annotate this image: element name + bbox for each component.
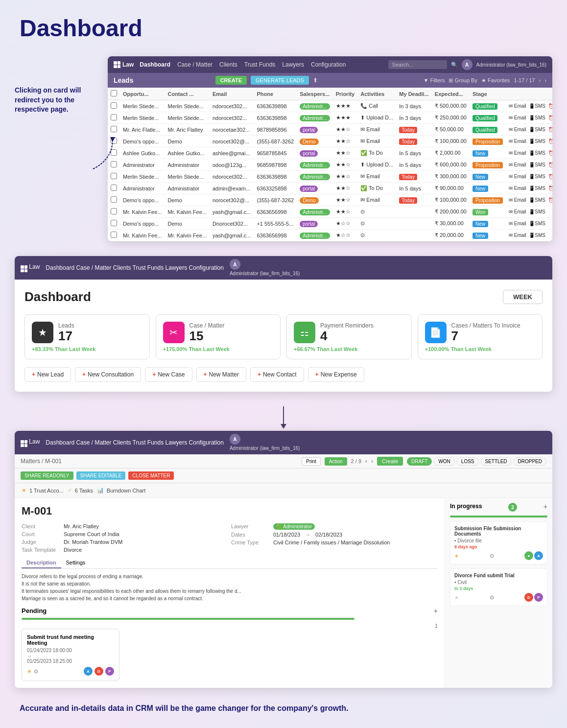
payment-stat-info: Payment Reminders 4 <box>320 322 404 343</box>
nav-item-config[interactable]: Configuration <box>311 61 346 68</box>
crime-type-label: Crime Type <box>231 540 270 545</box>
prev-page-btn[interactable]: ‹ <box>539 77 541 83</box>
table-row[interactable]: Mr. Aric Flatle... Mr. Aric Flatley noro… <box>108 124 552 136</box>
row-checkbox[interactable] <box>111 208 117 214</box>
matter-nav-case[interactable]: Case / Matter <box>76 439 111 446</box>
nav-item-lawyers[interactable]: Lawyers <box>282 61 304 68</box>
dash-nav-trust[interactable]: Trust Funds <box>133 264 164 271</box>
upload-icon[interactable]: ⬆ <box>313 77 318 84</box>
matter-nav-trust[interactable]: Trust Funds <box>133 439 164 446</box>
nav-item-dashboard[interactable]: Dashboard <box>140 61 170 68</box>
row-checkbox[interactable] <box>111 102 117 109</box>
row-checkbox[interactable] <box>111 196 117 203</box>
burndown-label: Burndown Chart <box>107 488 146 493</box>
stat-card-case[interactable]: ✂ Case / Matter 15 +175.00% Than Last We… <box>156 314 281 359</box>
dash-nav-dashboard[interactable]: Dashboard <box>46 264 74 271</box>
tab-description[interactable]: Description <box>22 558 61 568</box>
task-card-1[interactable]: Submission File Submission Documents • D… <box>450 521 547 564</box>
task2-star[interactable]: ★ <box>454 595 459 600</box>
col-salesperson: Salespers... <box>297 88 332 100</box>
task1-star[interactable]: ★ <box>454 553 459 559</box>
matter-nav-dashboard[interactable]: Dashboard <box>46 439 74 446</box>
dash-nav-config[interactable]: Configuration <box>189 264 224 271</box>
prev-matter-btn[interactable]: ‹ <box>365 458 367 465</box>
select-all-checkbox[interactable] <box>111 90 117 96</box>
lawyer-field: Lawyer 🟢 Administrator <box>231 523 438 530</box>
stage-dropped[interactable]: DROPPED <box>514 457 546 466</box>
row-checkbox[interactable] <box>111 220 117 226</box>
nav-search-input[interactable] <box>388 60 447 69</box>
new-lead-label: New Lead <box>37 371 64 378</box>
stat-card-payment[interactable]: ⚏ Payment Reminders 4 +66.67% Than Last … <box>286 314 412 359</box>
nav-item-case[interactable]: Case / Matter <box>177 61 213 68</box>
cell-salesperson: Administr... <box>300 162 330 168</box>
stage-draft[interactable]: DRAFT <box>407 457 432 466</box>
nav-search-icon[interactable]: 🔍 <box>451 62 458 68</box>
matter-nav-config[interactable]: Configuration <box>189 439 224 446</box>
stat-card-invoice[interactable]: 📄 Cases / Matters To Invoice 7 +100.00% … <box>418 314 543 359</box>
next-page-btn[interactable]: › <box>544 77 546 83</box>
avatar-d: D <box>94 667 103 676</box>
stage-loss[interactable]: LOSS <box>457 457 479 466</box>
row-checkbox[interactable] <box>111 114 117 120</box>
next-matter-btn[interactable]: › <box>371 458 373 465</box>
groupby-btn[interactable]: ⊞ Group By <box>449 77 477 84</box>
table-row[interactable]: Mr. Kalvin Fee... Mr. Kalvin Fee... yash… <box>108 230 552 241</box>
new-lead-button[interactable]: + New Lead <box>24 367 71 382</box>
table-row[interactable]: Administrator Administrator admin@exam..… <box>108 183 552 194</box>
table-row[interactable]: Demo's oppo... Demo Dnorocet302... +1 55… <box>108 218 552 230</box>
cell-email: ndorocet302... <box>210 171 254 183</box>
matter-nav-lawyers[interactable]: Lawyers <box>165 439 188 446</box>
cell-stage: Won <box>472 209 488 215</box>
create-lead-button[interactable]: CREATE <box>215 76 247 85</box>
table-row[interactable]: Merlin Stiede... Merlin Stiede... ndoroc… <box>108 171 552 183</box>
dash-nav-lawyers[interactable]: Lawyers <box>165 264 188 271</box>
dash-nav-case[interactable]: Case / Matter <box>76 264 111 271</box>
tab-settings[interactable]: Settings <box>61 558 91 568</box>
dash-nav-clients[interactable]: Clients <box>113 264 131 271</box>
row-checkbox[interactable] <box>111 232 117 238</box>
nav-item-clients[interactable]: Clients <box>219 61 237 68</box>
cell-activities: ⊙ <box>357 218 396 230</box>
stat-card-leads[interactable]: ★ Leads 17 +83.33% Than Last Week <box>24 314 150 359</box>
matter-nav-clients[interactable]: Clients <box>113 439 131 446</box>
new-expense-button[interactable]: + New Expense <box>308 367 364 382</box>
week-button[interactable]: WEEK <box>503 290 543 304</box>
table-row[interactable]: Mr. Kalvin Fee... Mr. Kalvin Fee... yash… <box>108 206 552 218</box>
row-checkbox[interactable] <box>111 126 117 132</box>
meeting-date-start: 01/24/2023 18:00:00 <box>27 648 114 653</box>
meeting-footer: ★ ⊙ A D P <box>27 667 114 676</box>
table-row[interactable]: Demo's oppo... Demo norocet302@... (355)… <box>108 136 552 147</box>
table-row[interactable]: Merlin Stiede... Merlin Stiede... ndoroc… <box>108 100 552 112</box>
new-case-button[interactable]: + New Case <box>145 367 192 382</box>
action-button[interactable]: Action <box>325 457 347 466</box>
table-row[interactable]: Administrator Administrator odoo@123g...… <box>108 159 552 171</box>
share-editable-button[interactable]: SHARE EDITABLE <box>76 471 126 480</box>
close-matter-button[interactable]: CLOSE MATTER <box>128 471 174 480</box>
cell-deadline <box>396 230 432 241</box>
nav-item-trust[interactable]: Trust Funds <box>244 61 276 68</box>
table-row[interactable]: Demo's oppo... Demo norocet302@... (355)… <box>108 194 552 206</box>
new-contact-button[interactable]: + New Contact <box>250 367 304 382</box>
print-button[interactable]: Print <box>302 457 321 466</box>
stage-settled[interactable]: SETTLED <box>481 457 512 466</box>
table-row[interactable]: Ashlee Gutko... Ashlee Gutko... ashlee@g… <box>108 147 552 159</box>
new-consultation-button[interactable]: + New Consultation <box>75 367 141 382</box>
pending-plus-btn[interactable]: + <box>434 607 438 615</box>
generate-leads-button[interactable]: GENERATE LEADS <box>251 76 309 85</box>
stage-won[interactable]: WON <box>434 457 454 466</box>
favorites-btn[interactable]: ★ Favorites <box>481 77 510 84</box>
table-row[interactable]: Merlin Stiede... Merlin Stiede... ndoroc… <box>108 112 552 124</box>
case-stat-change: +175.00% Than Last Week <box>163 346 274 352</box>
task-card-2[interactable]: Divorce Fund submit Trial • Civil In 3 d… <box>450 568 547 606</box>
new-matter-button[interactable]: + New Matter <box>196 367 246 382</box>
client-label: Client <box>22 523 61 529</box>
filters-btn[interactable]: ▼ Filters <box>424 77 445 83</box>
create-matter-button[interactable]: Create <box>377 457 403 466</box>
row-checkbox[interactable] <box>111 185 117 191</box>
case-stat-label: Case / Matter <box>189 322 274 329</box>
meeting-star[interactable]: ★ <box>27 668 32 675</box>
share-readonly-button[interactable]: SHARE READONLY <box>21 471 73 480</box>
sidebar-plus-btn[interactable]: + <box>543 503 547 512</box>
meeting-card[interactable]: Submit trust fund meeting Meeting 01/24/… <box>22 629 119 681</box>
